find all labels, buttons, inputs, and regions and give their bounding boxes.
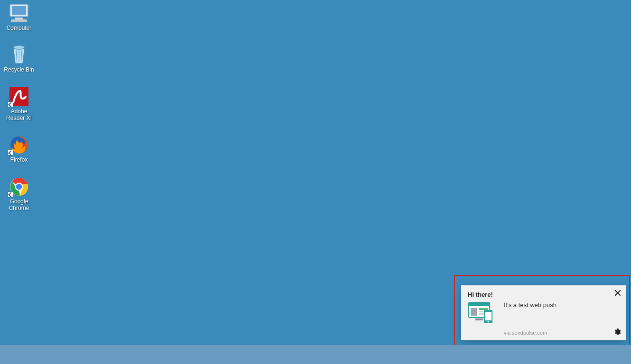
desktop-icon-label: Google Chrome — [9, 198, 29, 211]
desktop-icon-computer[interactable]: Computer — [1, 3, 37, 31]
svg-rect-11 — [469, 302, 490, 306]
shortcut-arrow-icon — [8, 150, 13, 155]
recycle-bin-icon — [8, 45, 30, 65]
desktop-icon-google-chrome[interactable]: Google Chrome — [1, 176, 37, 211]
desktop-icon-adobe-reader[interactable]: Adobe Reader XI — [1, 86, 37, 121]
svg-rect-12 — [471, 308, 477, 316]
svg-rect-2 — [15, 18, 23, 19]
svg-point-4 — [13, 46, 25, 49]
notification-close-button[interactable] — [612, 288, 623, 299]
close-icon — [615, 289, 621, 298]
desktop-icon-recycle-bin[interactable]: Recycle Bin — [1, 45, 37, 73]
svg-rect-16 — [475, 318, 483, 320]
desktop-icon-label: Recycle Bin — [4, 66, 34, 73]
svg-rect-13 — [479, 308, 488, 310]
notification-body: It's a test web push — [504, 301, 557, 309]
taskbar[interactable] — [0, 345, 631, 364]
computer-icon — [8, 3, 30, 24]
notification-source: via sendpulse.com — [504, 330, 547, 336]
push-notification-toast[interactable]: Hi there! It's a test web pus — [461, 285, 626, 340]
shortcut-arrow-icon — [8, 191, 13, 197]
svg-rect-18 — [485, 312, 492, 320]
svg-rect-3 — [11, 19, 27, 22]
shortcut-arrow-icon — [8, 101, 13, 107]
desktop-icon-label: Adobe Reader XI — [6, 108, 32, 121]
notification-image — [468, 301, 495, 324]
svg-point-19 — [488, 321, 489, 323]
desktop-icons-column: Computer Recycle Bin — [0, 3, 38, 225]
desktop-icon-firefox[interactable]: Firefox — [1, 135, 37, 163]
notification-title: Hi there! — [468, 291, 493, 298]
svg-point-9 — [16, 184, 22, 190]
gear-icon — [613, 328, 621, 337]
desktop-icon-label: Firefox — [10, 156, 28, 163]
notification-settings-button[interactable] — [612, 328, 622, 337]
desktop-icon-label: Computer — [7, 25, 32, 31]
svg-rect-1 — [12, 6, 26, 15]
desktop[interactable]: Computer Recycle Bin — [0, 0, 631, 345]
